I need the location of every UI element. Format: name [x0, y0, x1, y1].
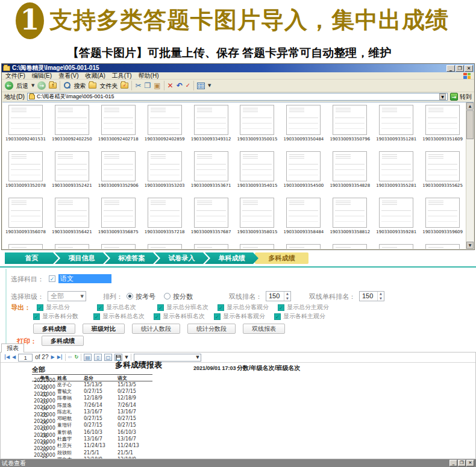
file-thumbnail[interactable]: 190330093356421 [49, 198, 95, 234]
export-option[interactable]: ✓ 显示各科分数 [33, 313, 93, 320]
nav-tab[interactable]: 单科成绩 [205, 252, 258, 264]
check-doc-icon[interactable]: ✓ [186, 80, 190, 92]
menu-item[interactable]: 编辑(E) [32, 72, 52, 80]
action-button[interactable]: 统计人数段 [132, 324, 180, 334]
refresh-icon[interactable]: ↻ [74, 353, 78, 362]
folders-label[interactable]: 文件夹 [99, 80, 117, 92]
undo-icon[interactable]: ↶ [177, 80, 183, 92]
file-thumbnail[interactable]: 190330093352421 [49, 151, 95, 188]
file-thumbnail[interactable]: 190330093356078 [2, 198, 49, 234]
file-thumbnail[interactable]: 190330093358015 [234, 198, 281, 234]
scroll-up-icon[interactable]: ▲ [466, 102, 474, 110]
action-button[interactable]: 班级对比 [83, 324, 125, 334]
file-thumbnail[interactable] [327, 244, 373, 249]
back-to-parent-icon[interactable]: ⇦ [68, 353, 72, 362]
stepper-arrows-icon[interactable]: ▲▼ [284, 292, 290, 301]
file-thumbnail[interactable] [419, 244, 466, 249]
checkbox-checked-icon[interactable]: ✓ [154, 313, 160, 320]
file-thumbnail[interactable] [2, 244, 49, 249]
file-thumbnail[interactable]: 190330092402859 [142, 105, 188, 142]
checkbox-checked-icon[interactable]: ✓ [214, 313, 221, 320]
export-option[interactable]: ✓ 显示各科总名次 [93, 313, 154, 320]
minimize-button[interactable]: _ [449, 460, 457, 466]
search-icon[interactable] [63, 82, 70, 89]
print-icon[interactable]: ▤ [84, 354, 92, 361]
file-thumbnail[interactable]: 190330093355281 [373, 151, 419, 188]
file-thumbnail[interactable]: 190330093352078 [2, 151, 49, 188]
file-thumbnail[interactable]: 190330093357218 [142, 198, 188, 234]
action-button[interactable]: 统计分数段 [187, 324, 236, 334]
file-thumbnail[interactable]: 190330093350015 [234, 105, 281, 142]
file-thumbnail[interactable]: 190330092402718 [95, 105, 142, 142]
export-option[interactable]: ✓ 显示各科客观分 [214, 313, 274, 320]
action-button[interactable]: 双线报表 [243, 324, 285, 334]
cut-icon[interactable]: ✂ [135, 80, 141, 92]
file-thumbnail[interactable]: 190330093351609 [419, 105, 466, 142]
subject-checkbox[interactable]: ✓ [49, 275, 55, 282]
class-select[interactable]: 全部 ▼ [48, 291, 86, 301]
file-thumbnail[interactable] [188, 244, 234, 249]
export-option[interactable]: ✓ 显示各科班名次 [154, 313, 214, 320]
back-label[interactable]: 后退 [16, 80, 28, 92]
file-thumbnail[interactable]: 190330093359281 [373, 198, 419, 234]
go-button[interactable]: → 转到 [450, 92, 472, 101]
next-page-icon[interactable]: ▶ [51, 353, 54, 362]
menu-item[interactable]: 工具(T) [112, 72, 132, 80]
back-icon[interactable]: ← [5, 81, 13, 90]
file-thumbnail[interactable]: 190330093350796 [327, 105, 373, 142]
report-tab[interactable]: 报表 [1, 343, 24, 353]
stepper-arrows-icon[interactable]: ▲▼ [377, 292, 384, 301]
nav-tab[interactable]: 标准答案 [105, 252, 158, 264]
checkbox-checked-icon[interactable]: ✓ [33, 313, 40, 320]
file-thumbnail[interactable]: 190330093357687 [188, 198, 234, 234]
checkbox-checked-icon[interactable]: ✓ [37, 304, 43, 311]
folders-icon[interactable] [89, 83, 96, 89]
address-dropdown-icon[interactable]: ▼ [439, 93, 446, 100]
file-thumbnail[interactable]: 190330092401531 [2, 105, 49, 142]
search-label[interactable]: 搜索 [74, 80, 86, 92]
file-thumbnail[interactable] [49, 244, 95, 249]
file-thumbnail[interactable]: 190330093354828 [327, 151, 373, 188]
restore-button[interactable]: ❐ [458, 460, 466, 466]
file-thumbnail[interactable]: 190330093358812 [327, 198, 373, 234]
scrollbar-thumb[interactable] [466, 110, 474, 139]
back-dropdown-icon[interactable]: ▼ [31, 80, 34, 92]
file-thumbnail[interactable]: 190330093354015 [234, 151, 281, 188]
export-option[interactable]: ✓ 显示总分班名次 [157, 304, 218, 311]
print-layout-icon[interactable]: ▯ [94, 354, 102, 361]
nav-tab[interactable]: 多科成绩 [255, 252, 308, 264]
address-input[interactable]: C:\阅卷精灵\Image\005-001-015 ▼ [27, 93, 448, 101]
close-button[interactable]: ✕ [465, 65, 473, 72]
page-number-input[interactable]: 1 [18, 354, 33, 362]
file-thumbnail[interactable]: 190330093356875 [95, 198, 142, 234]
sort-by-score-radio[interactable] [164, 293, 171, 299]
checkbox-checked-icon[interactable]: ✓ [278, 304, 284, 311]
file-thumbnail[interactable]: 190330092402250 [49, 105, 95, 142]
file-thumbnail[interactable]: 190330093351281 [373, 105, 419, 142]
export-option[interactable]: ✓ 显示各科主观分 [274, 313, 334, 320]
paste-icon[interactable]: ▣ [154, 80, 160, 92]
checkbox-checked-icon[interactable]: ✓ [157, 304, 164, 311]
scroll-down-icon[interactable]: ▼ [466, 242, 474, 249]
page-setup-icon[interactable]: ▢ [104, 354, 112, 361]
sync-folder-icon[interactable]: ✓ [121, 83, 128, 89]
file-thumbnail[interactable] [280, 244, 327, 249]
last-page-icon[interactable]: ▶| [57, 353, 63, 362]
file-thumbnail[interactable] [142, 244, 188, 249]
prev-page-icon[interactable]: ◀ [12, 353, 16, 362]
first-page-icon[interactable]: |◀ [4, 353, 10, 362]
copy-icon[interactable]: ❐ [144, 80, 151, 92]
subject-value[interactable]: 语文 [58, 274, 111, 283]
views-icon[interactable] [197, 83, 205, 89]
menu-item[interactable]: 收藏(A) [85, 72, 105, 80]
file-thumbnail[interactable]: 190330093352906 [95, 151, 142, 188]
subject-rank-stepper[interactable]: 150 ▲▼ [359, 291, 384, 301]
close-button[interactable]: ✕ [466, 460, 474, 466]
restore-button[interactable]: ❐ [456, 65, 464, 72]
nav-tab[interactable]: 首页 [5, 252, 58, 264]
export-option[interactable]: ✓ 显示总分主观分 [278, 304, 338, 311]
action-button[interactable]: 多科成绩 [33, 324, 75, 334]
minimize-button[interactable]: _ [446, 65, 455, 72]
print-button[interactable]: 多科成绩 [42, 336, 84, 346]
file-thumbnail[interactable] [234, 244, 281, 249]
